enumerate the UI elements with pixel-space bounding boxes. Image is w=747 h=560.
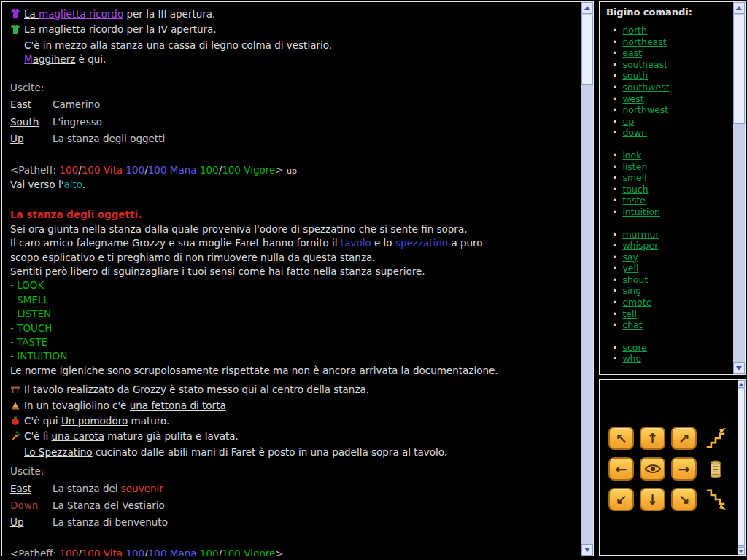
terminal-line: <Patheff: 100/100 Vita 100/100 Mana 100/… [10, 547, 576, 556]
item-link-spezzatino-room[interactable]: Lo Spezzatino [24, 446, 93, 458]
main-scrollbar[interactable] [581, 2, 593, 556]
player-link-maggiherz[interactable]: M [24, 53, 33, 65]
navigation-scrollbar-thumb[interactable] [738, 389, 745, 546]
item-link-spezzatino[interactable]: spezzatino [395, 237, 448, 249]
commands-scroll-up-button[interactable] [733, 2, 745, 14]
item-link-cassa[interactable]: una cassa di legno [147, 39, 239, 51]
command-link-look[interactable]: look [622, 149, 641, 160]
item-link-carota[interactable]: una carota [52, 430, 104, 442]
item-link-pomodoro[interactable]: Un pomodoro [61, 415, 128, 427]
text-segment: maturo. [128, 415, 169, 427]
item-link-torta[interactable]: una fettona di torta [130, 400, 226, 411]
terminal-line: EastCamerino [10, 98, 576, 112]
command-link-score[interactable]: score [622, 342, 647, 353]
command-link-sing[interactable]: sing [622, 285, 641, 296]
command-link-northwest[interactable]: northwest [622, 104, 668, 115]
command-link-east[interactable]: east [622, 47, 642, 58]
command-link-listen[interactable]: listen [622, 161, 647, 172]
text-segment: - LOOK [10, 279, 44, 291]
text-segment: per la IV apertura. [123, 23, 217, 35]
command-link-intuition[interactable]: intuition [622, 206, 660, 217]
exit-up[interactable]: Up [10, 132, 53, 146]
stairs-up-icon[interactable] [703, 427, 728, 450]
terminal-line: Sentiti però libero di sguinzagliare i t… [10, 265, 576, 279]
command-link-down[interactable]: down [622, 127, 647, 138]
exit-south[interactable]: South [10, 115, 53, 129]
move-southeast-button[interactable]: ↘ [671, 488, 697, 511]
down-arrow-icon [739, 550, 743, 553]
command-link-west[interactable]: west [622, 93, 643, 104]
command-link-whisper[interactable]: whisper [622, 240, 658, 251]
terminal-line [10, 533, 576, 547]
commands-scroll-down-button[interactable] [733, 362, 745, 374]
item-link-maglietta-iv[interactable]: La maglietta ricordo [24, 23, 123, 35]
exit-up-2[interactable]: Up [10, 516, 53, 529]
move-west-button[interactable]: ← [608, 457, 634, 481]
command-item: murmur [612, 229, 732, 241]
commands-scrollbar[interactable] [733, 2, 745, 374]
move-northwest-button[interactable]: ↖ [608, 427, 634, 450]
text-segment: Uscite: [10, 82, 44, 93]
move-east-button[interactable]: → [671, 457, 697, 481]
command-link-who[interactable]: who [622, 353, 641, 364]
command-link-say[interactable]: say [622, 252, 638, 262]
terminal-line: Uscite: [10, 81, 576, 95]
command-link-south[interactable]: south [622, 70, 648, 81]
command-item: northwest [612, 104, 732, 116]
look-button[interactable] [640, 457, 665, 481]
exit-down[interactable]: Down [10, 499, 53, 513]
command-link-northeast[interactable]: northeast [622, 36, 666, 47]
text-segment: <Patheff: [10, 164, 59, 176]
scroll-icon[interactable] [703, 457, 728, 481]
command-link-chat[interactable]: chat [622, 319, 642, 330]
nav-scroll-up-button[interactable] [738, 380, 745, 388]
command-item: score [612, 342, 732, 354]
command-item: southwest [612, 82, 732, 93]
command-item: up [612, 116, 732, 128]
text-segment: Le norme igieniche sono scrupolosamente … [10, 365, 498, 376]
move-southwest-button[interactable]: ↙ [608, 488, 634, 511]
player-link-maggiherz[interactable]: aggiherz [33, 53, 76, 65]
command-item: yell [612, 262, 732, 274]
move-northeast-button[interactable]: ↗ [671, 427, 697, 450]
nav-scroll-down-button[interactable] [738, 547, 745, 555]
terminal-output: La maglietta ricordo per la III apertura… [2, 2, 581, 556]
item-link-tavolo-room[interactable]: Il tavolo [24, 384, 63, 395]
command-link-shout[interactable]: shout [622, 274, 648, 285]
command-link-yell[interactable]: yell [622, 262, 638, 273]
text-segment: - TASTE [10, 336, 47, 348]
command-link-smell[interactable]: smell [622, 172, 646, 183]
command-link-touch[interactable]: touch [622, 184, 648, 195]
command-item: shout [612, 274, 732, 286]
item-link-maglietta-iii[interactable]: La [24, 8, 39, 20]
text-segment: > [275, 164, 287, 176]
main-scrollbar-thumb[interactable] [581, 15, 593, 85]
navigation-scrollbar[interactable] [738, 380, 745, 555]
text-segment: La stanza degli oggetti [53, 133, 165, 144]
exit-east[interactable]: East [10, 98, 53, 112]
command-link-tell[interactable]: tell [622, 308, 637, 319]
command-link-murmur[interactable]: murmur [622, 229, 659, 240]
move-south-button[interactable]: ↓ [640, 488, 665, 511]
command-item: chat [612, 319, 732, 331]
command-link-southwest[interactable]: southwest [622, 82, 669, 93]
move-north-button[interactable]: ↑ [640, 427, 665, 450]
command-link-north[interactable]: north [622, 25, 647, 36]
item-link-tavolo[interactable]: tavolo [341, 237, 371, 249]
exit-east-2[interactable]: East [10, 482, 53, 496]
item-link-maglietta-iii[interactable]: maglietta ricordo [39, 8, 123, 20]
command-link-taste[interactable]: taste [622, 195, 646, 206]
command-link-emote[interactable]: emote [622, 297, 651, 308]
terminal-line: La stanza degli oggetti. [10, 208, 576, 222]
text-segment: La Stanza del Vestiario [53, 499, 165, 511]
main-scroll-down-button[interactable] [581, 544, 593, 556]
command-link-up[interactable]: up [622, 116, 634, 127]
stairs-down-icon[interactable] [703, 488, 728, 511]
main-scroll-up-button[interactable] [581, 2, 593, 14]
text-segment: C'è lì [24, 430, 52, 442]
command-item: west [612, 93, 732, 105]
text-segment: > [275, 548, 283, 556]
commands-scrollbar-thumb[interactable] [733, 15, 745, 124]
terminal-line: Sei ora giunta nella stanza dalla quale … [10, 222, 576, 236]
command-link-southeast[interactable]: southeast [622, 59, 667, 70]
